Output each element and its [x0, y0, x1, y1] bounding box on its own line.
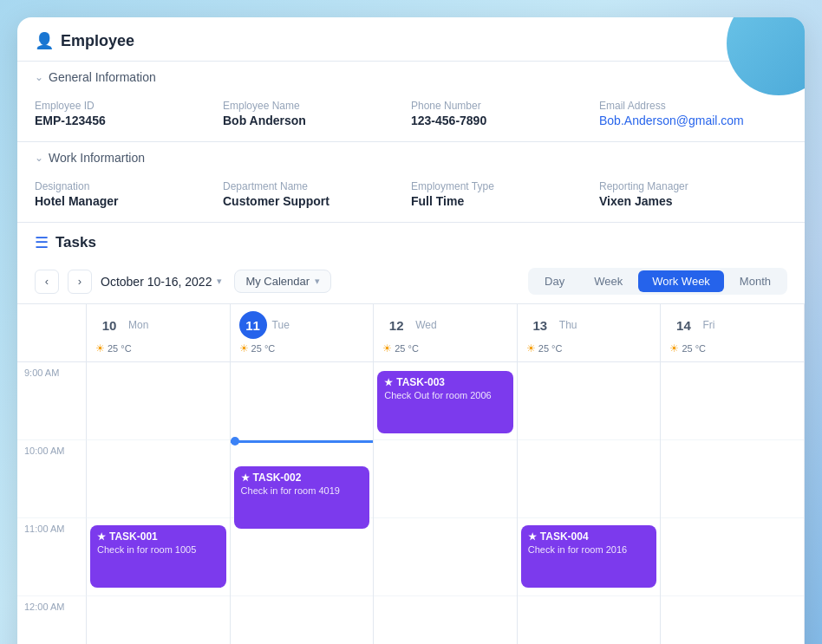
field-employment-type: Employment Type Full Time: [411, 180, 599, 208]
field-designation: Designation Hotel Manager: [35, 180, 223, 208]
value-department: Customer Support: [223, 194, 411, 208]
cell-tue-0: [231, 362, 374, 440]
task-id: TASK-002: [253, 472, 302, 484]
work-info-grid: Designation Hotel Manager Department Nam…: [17, 173, 805, 222]
tab-week[interactable]: Week: [580, 270, 636, 292]
day-header-wed: 12Wed☀25 °C: [374, 304, 518, 361]
calendar-caret-icon: ▾: [315, 276, 320, 287]
cell-wed-2: [374, 518, 517, 596]
general-info-grid: Employee ID EMP-123456 Employee Name Bob…: [17, 93, 805, 141]
day-col-wed: ★TASK-003Check Out for room 2006: [374, 362, 518, 644]
date-range-label: October 10-16, 2022: [101, 275, 212, 289]
star-icon: ★: [384, 377, 393, 388]
progress-dot: [231, 437, 239, 446]
day-header-tue: 11Tue☀25 °C: [231, 304, 375, 361]
day-col-fri: [661, 362, 805, 644]
time-slot-2: 11:00 AM: [17, 518, 87, 596]
event-task-003[interactable]: ★TASK-003Check Out for room 2006: [377, 371, 513, 433]
label-department: Department Name: [223, 180, 411, 192]
tasks-title: Tasks: [55, 234, 96, 251]
day-num-14: 14: [669, 311, 697, 339]
label-phone: Phone Number: [411, 100, 599, 112]
value-employment-type: Full Time: [411, 194, 599, 208]
cell-wed-3: [374, 596, 517, 644]
cell-mon-3: [87, 596, 230, 644]
value-reporting-manager: Vixen James: [599, 194, 787, 208]
employee-header: 👤 Employee: [17, 17, 805, 61]
temp-fri: 25 °C: [682, 343, 706, 354]
value-employee-id: EMP-123456: [35, 114, 223, 127]
label-reporting-manager: Reporting Manager: [599, 180, 787, 192]
prev-button[interactable]: ‹: [35, 270, 59, 294]
cell-thu-1: [518, 440, 661, 518]
field-email: Email Address Bob.Anderson@gmail.com: [599, 100, 787, 127]
day-name-fri: Fri: [702, 319, 714, 331]
tab-work-week[interactable]: Work Week: [638, 270, 724, 292]
field-employee-id: Employee ID EMP-123456: [35, 100, 223, 127]
weather-tue: ☀25 °C: [239, 342, 276, 355]
day-name-tue: Tue: [272, 319, 290, 331]
event-task-002[interactable]: ★TASK-002Check in for room 4019: [234, 466, 370, 529]
calendar-body: 9:00 AM10:00 AM11:00 AM12:00 AM★TASK-001…: [17, 362, 805, 644]
weather-mon: ☀25 °C: [95, 342, 132, 355]
calendar-selector-button[interactable]: My Calendar ▾: [234, 270, 331, 293]
calendar-toolbar: ‹ › October 10-16, 2022 ▾ My Calendar ▾ …: [17, 261, 805, 304]
label-employment-type: Employment Type: [411, 180, 599, 192]
cell-fri-2: [661, 518, 804, 596]
sun-icon: ☀: [239, 342, 249, 355]
star-icon: ★: [528, 531, 537, 543]
main-card: 👤 Employee ⌄ General Information Employe…: [17, 17, 805, 644]
task-event-title: ★TASK-003: [384, 376, 506, 388]
label-designation: Designation: [35, 180, 223, 192]
task-id: TASK-003: [396, 376, 445, 388]
work-info-toggle[interactable]: ⌄ Work Informartion: [17, 142, 805, 173]
time-slot-0: 9:00 AM: [17, 362, 87, 440]
event-task-004[interactable]: ★TASK-004Check in for room 2016: [521, 525, 657, 588]
general-info-toggle[interactable]: ⌄ General Information: [17, 62, 805, 93]
day-col-tue: ★TASK-002Check in for room 4019: [231, 362, 375, 644]
employee-icon: 👤: [35, 31, 54, 50]
weather-wed: ☀25 °C: [382, 342, 419, 355]
progress-line: [231, 440, 374, 443]
chevron-down-icon-2: ⌄: [35, 152, 43, 164]
temp-wed: 25 °C: [395, 343, 419, 354]
tab-day[interactable]: Day: [531, 270, 578, 292]
task-id: TASK-001: [109, 530, 158, 543]
sun-icon: ☀: [526, 342, 536, 355]
tasks-header: ☰ Tasks: [17, 222, 805, 261]
task-event-desc: Check Out for room 2006: [384, 390, 506, 400]
temp-thu: 25 °C: [538, 343, 563, 354]
task-event-title: ★TASK-002: [241, 472, 363, 484]
date-caret-icon: ▾: [217, 276, 222, 287]
event-task-001[interactable]: ★TASK-001Check in for room 1005: [90, 525, 226, 588]
cell-fri-3: [661, 596, 804, 644]
tab-month[interactable]: Month: [726, 270, 785, 292]
day-name-mon: Mon: [128, 319, 148, 331]
value-email[interactable]: Bob.Anderson@gmail.com: [599, 114, 787, 127]
day-col-mon: ★TASK-001Check in for room 1005: [87, 362, 231, 644]
field-phone: Phone Number 123-456-7890: [411, 100, 599, 127]
calendar-grid: 10Mon☀25 °C11Tue☀25 °C12Wed☀25 °C13Thu☀2…: [17, 304, 805, 644]
day-num-13: 13: [526, 311, 554, 339]
label-employee-name: Employee Name: [223, 100, 411, 112]
cell-mon-1: [87, 440, 230, 518]
sun-icon: ☀: [95, 342, 105, 355]
calendar-name-label: My Calendar: [245, 275, 310, 288]
task-event-desc: Check in for room 1005: [97, 544, 219, 555]
day-col-thu: ★TASK-004Check in for room 2016: [518, 362, 662, 644]
next-button[interactable]: ›: [68, 270, 92, 294]
field-department: Department Name Customer Support: [223, 180, 411, 208]
day-header-mon: 10Mon☀25 °C: [87, 304, 231, 361]
date-range-button[interactable]: October 10-16, 2022 ▾: [101, 275, 222, 289]
tasks-icon: ☰: [35, 233, 49, 252]
day-header-fri: 14Fri☀25 °C: [661, 304, 805, 361]
calendar-days-header: 10Mon☀25 °C11Tue☀25 °C12Wed☀25 °C13Thu☀2…: [17, 304, 805, 362]
weather-fri: ☀25 °C: [669, 342, 706, 355]
day-name-wed: Wed: [415, 319, 436, 331]
chevron-down-icon: ⌄: [35, 71, 43, 83]
day-header-thu: 13Thu☀25 °C: [518, 304, 662, 361]
page-title: Employee: [61, 32, 134, 50]
sun-icon: ☀: [669, 342, 679, 355]
task-event-desc: Check in for room 2016: [528, 544, 650, 555]
day-name-thu: Thu: [559, 319, 577, 331]
